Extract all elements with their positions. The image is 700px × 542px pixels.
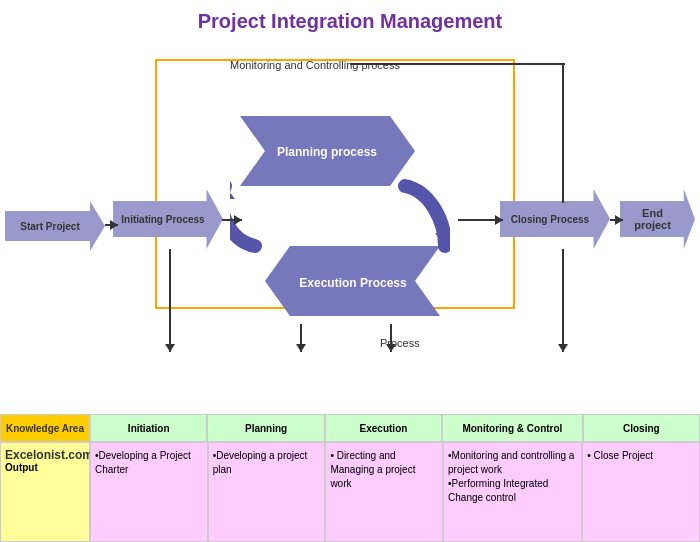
start-project-arrow: Start Project xyxy=(5,201,105,251)
header-execution: Execution xyxy=(325,414,442,442)
bottom-table: Knowledge Area Initiation Planning Execu… xyxy=(0,414,700,542)
output-closing: • Close Project xyxy=(582,442,700,542)
output-text: Output xyxy=(5,462,38,473)
end-project-arrow: End project xyxy=(620,189,695,249)
svg-text:Planning process: Planning process xyxy=(277,145,377,159)
header-monitoring: Monitoring & Control xyxy=(442,414,582,442)
table-header-row: Knowledge Area Initiation Planning Execu… xyxy=(0,414,700,442)
page-title: Project Integration Management xyxy=(0,0,700,41)
table-output-row: Excelonist.com Output •Developing a Proj… xyxy=(0,442,700,542)
output-execution: • Directing and Managing a project work xyxy=(325,442,443,542)
knowledge-area-label: Knowledge Area xyxy=(0,414,90,442)
output-initiation: •Developing a Project Charter xyxy=(90,442,208,542)
header-closing: Closing xyxy=(583,414,700,442)
monitoring-label: Monitoring and Controlling process xyxy=(230,59,400,71)
vertical-right-line xyxy=(562,63,564,203)
header-initiation: Initiation xyxy=(90,414,207,442)
output-monitoring: •Monitoring and controlling a project wo… xyxy=(443,442,582,542)
v-line-closing xyxy=(562,249,564,352)
output-label: Excelonist.com Output xyxy=(0,442,90,542)
closing-process-arrow: Closing Process xyxy=(500,189,610,249)
v-line-initiating xyxy=(169,249,171,352)
svg-text:Execution Process: Execution Process xyxy=(299,276,407,290)
v-line-execution xyxy=(390,324,392,352)
cycle-diagram: Planning process Execution Process xyxy=(230,101,450,331)
v-line-planning xyxy=(300,324,302,352)
diagram-area: Monitoring and Controlling process Start… xyxy=(0,41,700,431)
header-planning: Planning xyxy=(207,414,324,442)
excelonist-label: Excelonist.com xyxy=(5,448,93,462)
top-line xyxy=(350,63,565,65)
output-planning: •Developing a project plan xyxy=(208,442,326,542)
